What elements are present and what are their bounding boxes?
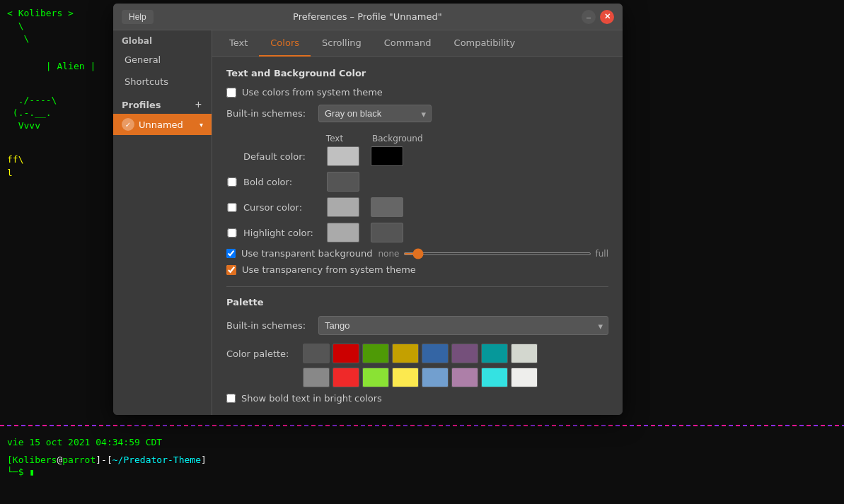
- use-system-colors-row: Use colors from system theme: [226, 87, 608, 98]
- palette-schemes-row: Built-in schemes: Tango Linux console XT…: [226, 316, 608, 335]
- show-bold-label: Show bold text in bright colors: [241, 393, 382, 404]
- title-bar: Help Preferences – Profile "Unnamed" – ✕: [113, 4, 623, 30]
- help-button[interactable]: Help: [122, 10, 154, 24]
- palette-row-2: [303, 368, 538, 387]
- bold-color-text-swatch[interactable]: [327, 172, 359, 192]
- cursor-color-row: Cursor color:: [226, 197, 608, 217]
- builtin-schemes-row: Built-in schemes: Gray on black Black on…: [226, 105, 608, 122]
- tab-content: Text and Background Color Use colors fro…: [212, 57, 623, 415]
- window-controls: – ✕: [582, 10, 614, 24]
- palette-section: Palette Built-in schemes: Tango Linux co…: [226, 286, 608, 404]
- transparency-slider[interactable]: [403, 252, 591, 255]
- sidebar-global-section: Global: [113, 30, 212, 49]
- minimize-button[interactable]: –: [582, 10, 596, 24]
- dialog-title: Preferences – Profile "Unnamed": [154, 11, 582, 22]
- profile-left: ✓ Unnamed: [122, 118, 183, 131]
- tab-colors[interactable]: Colors: [259, 30, 311, 57]
- palette-swatch-9[interactable]: [333, 368, 359, 387]
- builtin-schemes-select-wrapper: Gray on black Black on white Black on li…: [318, 105, 432, 122]
- highlight-color-checkbox[interactable]: [226, 228, 238, 238]
- palette-colors-row: Color palette:: [226, 344, 608, 363]
- tab-compatibility[interactable]: Compatibility: [443, 30, 527, 57]
- show-bold-checkbox[interactable]: [226, 394, 236, 403]
- transparent-full-label: full: [596, 249, 609, 259]
- profile-check-icon: ✓: [122, 118, 134, 131]
- default-color-label: Default color:: [243, 151, 321, 162]
- tabs-bar: Text Colors Scrolling Command Compatibil…: [212, 30, 623, 57]
- palette-select-wrapper: Tango Linux console XTerm Rxvt Solarized…: [318, 316, 608, 335]
- system-transparency-checkbox[interactable]: [226, 265, 236, 275]
- palette-swatch-3[interactable]: [392, 344, 419, 363]
- default-color-row: Default color:: [226, 146, 608, 166]
- color-table-headers: Text Background: [318, 134, 608, 143]
- builtin-schemes-select[interactable]: Gray on black Black on white Black on li…: [318, 105, 432, 122]
- palette-swatch-4[interactable]: [422, 344, 449, 363]
- use-system-colors-checkbox[interactable]: [226, 88, 236, 98]
- profile-dropdown-arrow[interactable]: ▾: [200, 121, 203, 129]
- palette-swatch-11[interactable]: [392, 368, 419, 387]
- cursor-color-bg-swatch[interactable]: [371, 197, 403, 217]
- color-palette-label: Color palette:: [226, 348, 297, 359]
- highlight-color-bg-swatch[interactable]: [371, 223, 403, 242]
- tab-text[interactable]: Text: [218, 30, 259, 57]
- tab-scrolling[interactable]: Scrolling: [311, 30, 373, 57]
- sidebar: Global General Shortcuts Profiles + ✓ Un…: [113, 30, 212, 415]
- profile-name: Unnamed: [139, 119, 183, 130]
- palette-swatch-10[interactable]: [362, 368, 389, 387]
- bold-color-row: Bold color:: [226, 172, 608, 192]
- highlight-color-text-swatch[interactable]: [327, 223, 359, 242]
- palette-colors-row-2: [226, 368, 608, 387]
- date-line: vie 15 oct 2021 04:34:59 CDT: [7, 437, 162, 447]
- sidebar-item-shortcuts[interactable]: Shortcuts: [113, 71, 212, 93]
- palette-swatch-15[interactable]: [511, 368, 538, 387]
- tab-command[interactable]: Command: [373, 30, 443, 57]
- palette-swatch-7[interactable]: [511, 344, 538, 363]
- transparent-bg-label: Use transparent background: [241, 248, 372, 259]
- add-profile-button[interactable]: +: [194, 98, 203, 111]
- palette-swatch-14[interactable]: [481, 368, 508, 387]
- palette-swatch-6[interactable]: [481, 344, 508, 363]
- palette-swatch-13[interactable]: [451, 368, 478, 387]
- show-bold-row: Show bold text in bright colors: [226, 393, 608, 404]
- close-button[interactable]: ✕: [600, 10, 614, 24]
- dialog-body: Global General Shortcuts Profiles + ✓ Un…: [113, 30, 623, 415]
- dashed-separator: [0, 425, 844, 426]
- bold-color-label: Bold color:: [243, 177, 321, 187]
- preferences-dialog: Help Preferences – Profile "Unnamed" – ✕…: [113, 4, 623, 415]
- terminal-prompt: [Kolibers@parrot]-[~/Predator-Theme]: [7, 455, 207, 465]
- highlight-color-row: Highlight color:: [226, 223, 608, 242]
- builtin-schemes-label: Built-in schemes:: [226, 108, 311, 119]
- transparency-slider-wrapper: none full: [378, 249, 608, 259]
- sidebar-profiles-header: Profiles +: [113, 93, 212, 114]
- text-header: Text: [318, 134, 351, 143]
- use-system-colors-label: Use colors from system theme: [242, 87, 383, 98]
- sidebar-profiles-label: Profiles: [122, 100, 161, 110]
- default-color-text-swatch[interactable]: [327, 146, 359, 166]
- text-background-section-title: Text and Background Color: [226, 68, 608, 78]
- palette-title: Palette: [226, 297, 608, 307]
- cursor-color-text-swatch[interactable]: [327, 197, 359, 217]
- palette-swatch-12[interactable]: [422, 368, 449, 387]
- background-header: Background: [372, 134, 405, 143]
- terminal-cursor: └─$ ▮: [7, 467, 35, 477]
- palette-scheme-select[interactable]: Tango Linux console XTerm Rxvt Solarized…: [318, 316, 608, 335]
- content-area: Text Colors Scrolling Command Compatibil…: [212, 30, 623, 415]
- sidebar-item-general[interactable]: General: [113, 49, 212, 71]
- palette-swatch-1[interactable]: [333, 344, 359, 363]
- palette-swatch-0[interactable]: [303, 344, 330, 363]
- transparent-none-label: none: [378, 249, 399, 259]
- palette-swatch-8[interactable]: [303, 368, 330, 387]
- highlight-color-label: Highlight color:: [243, 228, 321, 238]
- sidebar-profile-unnamed[interactable]: ✓ Unnamed ▾: [113, 114, 212, 135]
- palette-swatch-2[interactable]: [362, 344, 389, 363]
- system-transparency-label: Use transparency from system theme: [242, 264, 416, 275]
- cursor-color-label: Cursor color:: [243, 202, 321, 213]
- cursor-color-checkbox[interactable]: [226, 203, 238, 212]
- palette-row-1: [303, 344, 538, 363]
- default-color-bg-swatch[interactable]: [371, 146, 403, 166]
- palette-swatch-5[interactable]: [451, 344, 478, 363]
- bold-color-checkbox[interactable]: [226, 177, 238, 187]
- palette-builtin-label: Built-in schemes:: [226, 320, 311, 331]
- transparent-bg-row: Use transparent background none full: [226, 248, 608, 259]
- transparent-bg-checkbox[interactable]: [226, 249, 236, 258]
